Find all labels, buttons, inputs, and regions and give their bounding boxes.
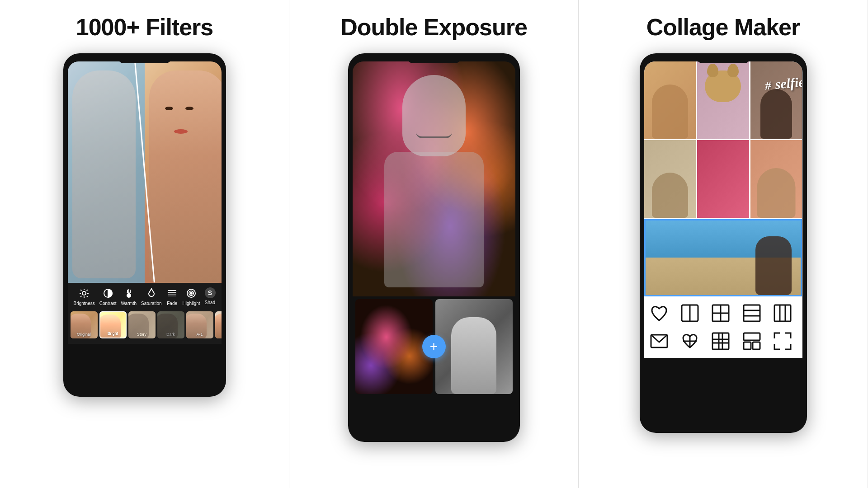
exposure-main-photo — [353, 61, 515, 296]
collage-cell-5[interactable] — [697, 140, 749, 217]
person-3 — [760, 89, 792, 139]
photo-right-color — [145, 61, 222, 283]
filter-photo-area — [68, 61, 222, 283]
filter-dark-label: Dark — [157, 332, 184, 337]
collage-cell-panoramic[interactable] — [644, 219, 802, 296]
filter-bright[interactable]: Bright — [99, 311, 127, 338]
brightness-label: Brightness — [73, 301, 94, 306]
bw-face — [402, 75, 466, 156]
collage-icon-dots[interactable] — [709, 330, 732, 352]
svg-point-17 — [190, 292, 192, 294]
thumb-bw-img — [435, 299, 513, 394]
phone-notch-1 — [118, 53, 172, 63]
plus-icon: + — [430, 339, 438, 354]
toolbar-icons: Brightness Contrast — [68, 287, 222, 310]
filter-a1[interactable]: A-1 — [186, 311, 213, 338]
exposure-second-area: + — [355, 299, 513, 394]
collage-cell-6[interactable] — [750, 140, 802, 217]
person-4 — [652, 173, 688, 218]
selfie-text: # selfie — [764, 73, 802, 93]
collage-toolbar-row1 — [644, 296, 802, 330]
lips — [174, 129, 188, 134]
photo-left-bw — [68, 61, 145, 283]
filter-story[interactable]: Story — [128, 311, 156, 338]
thumb-flowers-img — [355, 299, 433, 394]
collage-icon-split-h[interactable] — [741, 302, 763, 324]
filter-a1-label: A-1 — [186, 332, 213, 337]
bw-person-overlay — [371, 75, 497, 292]
filter-bright-label: Bright — [100, 331, 126, 336]
collage-icon-heart2[interactable] — [679, 330, 701, 352]
toolbar-highlight[interactable]: Highlight — [183, 287, 200, 306]
filter-dark[interactable]: Dark — [157, 311, 184, 338]
filters-section: 1000+ Filters — [0, 0, 289, 488]
shadow-label: Shad — [205, 300, 215, 305]
collage-icon-envelope[interactable] — [648, 330, 670, 352]
add-photo-button[interactable]: + — [422, 335, 446, 358]
eye-right — [185, 107, 193, 110]
highlight-icon — [185, 287, 197, 299]
svg-point-0 — [82, 291, 86, 295]
filter-sk1[interactable]: SK-1 — [215, 311, 222, 338]
svg-line-6 — [87, 296, 88, 297]
hashtag-symbol: # — [764, 79, 771, 93]
svg-rect-38 — [744, 342, 751, 349]
filter-strips: Original Bright Story Dark — [68, 310, 222, 340]
brightness-icon — [78, 287, 90, 299]
toolbar-fade[interactable]: Fade — [166, 287, 178, 306]
fade-label: Fade — [167, 301, 177, 306]
toolbar-warmth[interactable]: Warmth — [121, 287, 137, 306]
collage-cell-4[interactable] — [644, 140, 696, 217]
collage-icon-grid4[interactable] — [709, 302, 732, 324]
highlight-label: Highlight — [183, 301, 200, 306]
warmth-icon — [123, 287, 135, 299]
saturation-icon — [146, 287, 157, 299]
filter-original-label: Original — [71, 332, 98, 337]
collage-icon-heart[interactable] — [648, 302, 670, 324]
warmth-label: Warmth — [121, 301, 137, 306]
svg-line-8 — [87, 290, 88, 291]
collage-cell-1[interactable] — [644, 61, 696, 139]
panorama-content — [646, 221, 801, 295]
collage-cell-3[interactable]: # selfie — [750, 61, 802, 139]
fade-icon — [166, 287, 178, 299]
second-thumb-bw[interactable] — [435, 299, 513, 394]
filter-story-label: Story — [128, 332, 156, 337]
svg-point-10 — [127, 294, 131, 297]
thumb-bw-person — [451, 317, 496, 394]
toolbar-shadow[interactable]: S Shad — [205, 287, 216, 306]
collage-icon-3col[interactable] — [741, 330, 763, 352]
collage-phone: # selfie — [640, 53, 807, 433]
double-exposure-title: Double Exposure — [340, 14, 527, 41]
svg-rect-23 — [744, 305, 760, 321]
collage-toolbar-row2 — [644, 330, 802, 358]
svg-line-7 — [80, 296, 81, 297]
filters-phone: Brightness Contrast — [63, 53, 226, 397]
phone-notch-2 — [407, 53, 461, 63]
svg-rect-39 — [753, 342, 760, 349]
smile-line — [416, 132, 452, 138]
svg-rect-32 — [712, 333, 729, 349]
bw-body — [384, 152, 484, 287]
toolbar-contrast[interactable]: Contrast — [99, 287, 117, 306]
collage-icon-expand[interactable] — [771, 330, 794, 352]
collage-maker-section: Collage Maker # selfie — [579, 0, 868, 488]
collage-grid: # selfie — [644, 61, 802, 296]
toolbar-saturation[interactable]: Saturation — [141, 287, 162, 306]
toolbar-brightness[interactable]: Brightness — [73, 287, 94, 306]
exposure-screen: + — [353, 61, 515, 432]
person-6 — [757, 168, 796, 218]
dog-shape — [705, 70, 741, 102]
collage-icon-split-v[interactable] — [771, 302, 794, 324]
collage-cell-2[interactable] — [697, 61, 749, 139]
second-thumb-flowers[interactable] — [355, 299, 433, 394]
svg-rect-26 — [774, 305, 791, 321]
eye-left — [165, 107, 173, 110]
svg-rect-37 — [744, 333, 760, 340]
phone-notch-3 — [696, 53, 750, 63]
collage-icon-square[interactable] — [679, 302, 701, 324]
collage-maker-title: Collage Maker — [646, 14, 800, 41]
shadow-icon: S — [205, 287, 216, 298]
filter-original[interactable]: Original — [71, 311, 98, 338]
saturation-label: Saturation — [141, 301, 162, 306]
